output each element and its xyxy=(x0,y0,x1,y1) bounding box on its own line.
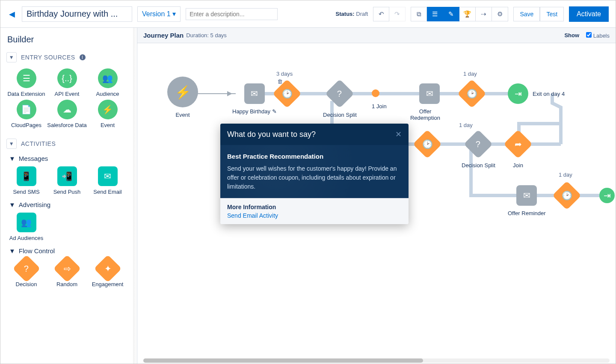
version-dropdown[interactable]: Version 1 ▾ xyxy=(137,6,181,22)
close-icon[interactable]: ✕ xyxy=(395,130,402,139)
copy-button[interactable]: ⧉ xyxy=(411,7,427,21)
wait-label: 1 day xyxy=(559,172,572,178)
people-icon: 👥 xyxy=(98,68,118,88)
journey-title-input[interactable] xyxy=(22,6,132,22)
labels-toggle[interactable]: Labels xyxy=(586,32,610,39)
node-event[interactable]: ⚡ Event xyxy=(167,77,198,118)
node-join-2[interactable]: ➦ Join xyxy=(508,134,528,169)
activities-header[interactable]: ▼ ACTIVITIES xyxy=(5,139,133,149)
history-group: ↶ ↷ xyxy=(373,7,406,21)
entry-sources-grid: ☰Data Extension {..}API Event 👥Audience … xyxy=(5,68,133,128)
flow-control-header[interactable]: ▼Flow Control xyxy=(5,247,133,255)
main: Builder ▼ ENTRY SOURCES i ☰Data Extensio… xyxy=(0,28,616,364)
palette-decision[interactable]: ?Decision xyxy=(6,259,46,287)
redo-button[interactable]: ↷ xyxy=(389,7,406,21)
cloud-icon: ☁ xyxy=(57,100,77,119)
test-button[interactable]: Test xyxy=(540,7,564,21)
question-icon: ? xyxy=(325,79,354,108)
popover-body: Best Practice Recommendation Send your w… xyxy=(220,145,409,198)
popover-title: What do you want to say? xyxy=(227,130,316,139)
chevron-down-icon: ▼ xyxy=(9,155,15,162)
status-label: Status: Draft xyxy=(336,11,368,17)
recommendation-popover: What do you want to say? ✕ Best Practice… xyxy=(220,124,409,224)
node-wait-2[interactable]: 🕑 xyxy=(462,83,482,104)
sms-icon: 📱 xyxy=(17,166,36,186)
entry-sources-header[interactable]: ▼ ENTRY SOURCES i xyxy=(5,52,133,62)
undo-button[interactable]: ↶ xyxy=(373,7,389,21)
push-icon: 📲 xyxy=(57,166,77,186)
mail-icon: ✉ xyxy=(516,185,537,206)
advertising-grid: 👥Ad Audiences xyxy=(5,213,133,241)
palette-engagement[interactable]: ✦Engagement xyxy=(88,259,127,287)
builder-sidebar: Builder ▼ ENTRY SOURCES i ☰Data Extensio… xyxy=(0,28,137,364)
palette-audience[interactable]: 👥Audience xyxy=(88,68,127,97)
list-icon: ☰ xyxy=(17,68,36,88)
back-button[interactable]: ◀ xyxy=(7,8,17,21)
edit-mode-button[interactable]: ✎ xyxy=(443,7,459,21)
node-decision-split-1[interactable]: ? Decision Split xyxy=(323,83,357,118)
save-button[interactable]: Save xyxy=(513,7,540,21)
palette-send-push[interactable]: 📲Send Push xyxy=(47,166,87,195)
mail-icon: ✉ xyxy=(244,83,265,104)
pencil-icon[interactable]: ✎ xyxy=(272,108,277,115)
chevron-down-icon: ▼ xyxy=(9,247,15,255)
description-input[interactable] xyxy=(186,8,278,20)
settings-button[interactable]: ⚙ xyxy=(492,7,508,21)
node-email-offer-redemption[interactable]: ✉ Offer Redemption xyxy=(415,83,444,121)
palette-event[interactable]: ⚡Event xyxy=(88,100,127,128)
plan-view-button[interactable]: ☰ xyxy=(427,7,443,21)
palette-random[interactable]: ⇨Random xyxy=(47,259,87,287)
join-dot-icon xyxy=(372,89,379,97)
palette-send-sms[interactable]: 📱Send SMS xyxy=(6,166,46,195)
split-icon: ⇨ xyxy=(53,255,81,282)
palette-cloudpages[interactable]: 📄CloudPages xyxy=(6,100,46,128)
chevron-down-icon: ▼ xyxy=(6,139,17,149)
wait-label: 3 days xyxy=(276,71,293,77)
palette-data-extension[interactable]: ☰Data Extension xyxy=(6,68,46,97)
svg-marker-1 xyxy=(227,91,232,96)
share-button[interactable]: ⇢ xyxy=(476,7,492,21)
wait-label: 1 day xyxy=(463,71,477,77)
horizontal-scrollbar[interactable] xyxy=(143,358,610,363)
more-info-label: More Information xyxy=(227,204,402,210)
activate-button[interactable]: Activate xyxy=(569,6,609,22)
action-group: Save Test xyxy=(513,7,564,21)
palette-ad-audiences[interactable]: 👥Ad Audiences xyxy=(6,213,46,241)
braces-icon: {..} xyxy=(57,68,77,88)
chevron-down-icon: ▼ xyxy=(6,52,17,62)
version-label: Version 1 xyxy=(142,10,171,18)
palette-api-event[interactable]: {..}API Event xyxy=(47,68,87,97)
node-exit-2[interactable]: ⇥ xyxy=(599,188,615,203)
node-decision-split-2[interactable]: ? Decision Split xyxy=(462,134,495,169)
node-wait-3[interactable]: 🕑 xyxy=(417,134,438,154)
recommendation-title: Best Practice Recommendation xyxy=(227,152,402,162)
node-email-offer-reminder[interactable]: ✉ Offer Reminder xyxy=(508,185,546,216)
page-icon: 📄 xyxy=(17,100,36,119)
palette-send-email[interactable]: ✉Send Email xyxy=(88,166,127,195)
node-exit[interactable]: ⇥ Exit on day 4 xyxy=(508,83,565,104)
clock-icon: 🕑 xyxy=(272,79,302,108)
journey-canvas[interactable]: 3 days 1 day 1 day 1 day ⚡ Event 🗑 ✉ Hap… xyxy=(137,43,616,364)
goals-button[interactable]: 🏆 xyxy=(459,7,476,21)
builder-title: Builder xyxy=(5,35,133,44)
popover-footer: More Information Send Email Activity xyxy=(220,198,409,224)
ad-icon: 👥 xyxy=(17,213,36,232)
messages-header[interactable]: ▼Messages xyxy=(5,155,133,162)
join-icon: ➦ xyxy=(503,130,533,159)
canvas-header: Journey Plan Duration: 5 days Show Label… xyxy=(137,28,616,43)
advertising-header[interactable]: ▼Advertising xyxy=(5,201,133,208)
bolt-icon: ⚡ xyxy=(167,77,198,107)
canvas-duration: Duration: 5 days xyxy=(186,32,227,38)
canvas-area: ◀ Journey Plan Duration: 5 days Show Lab… xyxy=(137,28,616,364)
messages-grid: 📱Send SMS 📲Send Push ✉Send Email xyxy=(5,166,133,195)
node-wait-4[interactable]: 🕑 xyxy=(557,185,577,206)
node-wait-1[interactable]: 🕑 xyxy=(277,83,297,104)
info-icon[interactable]: i xyxy=(80,54,86,60)
palette-salesforce-data[interactable]: ☁Salesforce Data xyxy=(47,100,87,128)
send-email-activity-link[interactable]: Send Email Activity xyxy=(227,212,278,219)
node-join-1[interactable]: 1 Join xyxy=(372,89,387,109)
clock-icon: 🕑 xyxy=(552,181,581,210)
node-email-happy-birthday[interactable]: 🗑 ✉ Happy Birthday ✎ xyxy=(232,83,277,115)
bolt-icon: ⚡ xyxy=(98,100,118,119)
toolbar: ◀ Version 1 ▾ Status: Draft ↶ ↷ ⧉ ☰ ✎ 🏆 … xyxy=(0,0,616,28)
